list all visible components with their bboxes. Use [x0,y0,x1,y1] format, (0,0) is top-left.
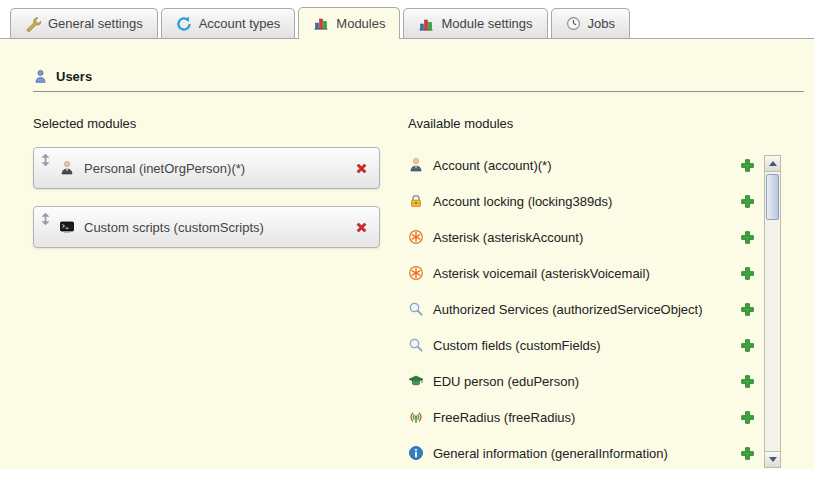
add-module-button[interactable] [740,266,755,281]
asterisk-icon [408,229,424,245]
antenna-icon [408,409,424,425]
available-module-label: General information (generalInformation) [433,446,668,461]
selected-module-row: Personal (inetOrgPerson)(*) [33,147,380,189]
clock-icon [566,16,581,31]
tab-general-settings[interactable]: General settings [10,8,158,38]
tab-label: Account types [199,16,281,31]
user-icon [33,69,48,84]
available-modules-heading: Available modules [408,116,814,131]
selected-module-row: Custom scripts (customScripts) [33,206,380,248]
available-module-label: Asterisk voicemail (asteriskVoicemail) [433,266,650,281]
available-modules-column: Available modules Account (account)(*) A… [408,116,814,469]
chart-icon [418,16,434,32]
drag-handle-icon[interactable] [41,153,50,167]
arrow-down-icon [769,457,777,462]
tab-label: General settings [48,16,143,31]
info-icon [408,445,424,461]
bottom-spacer [0,469,814,478]
section-title: Users [56,69,92,84]
add-module-button[interactable] [740,302,755,317]
available-module-label: Account (account)(*) [433,158,552,173]
tab-label: Modules [336,16,385,31]
tab-account-types[interactable]: Account types [161,8,296,38]
selected-modules-column: Selected modules Personal (inetOrgPerson… [33,116,408,469]
selected-modules-heading: Selected modules [33,116,408,131]
tab-label: Module settings [441,16,532,31]
add-module-button[interactable] [740,374,755,389]
refresh-icon [176,16,192,32]
modules-config-page: General settings Account types Modules M… [0,0,814,478]
add-module-button[interactable] [740,194,755,209]
scrollbar-thumb[interactable] [766,174,779,220]
tab-modules[interactable]: Modules [298,7,400,38]
add-module-button[interactable] [740,446,755,461]
scroll-up-button[interactable] [765,156,780,172]
available-module-label: FreeRadius (freeRadius) [433,410,575,425]
selected-module-label: Custom scripts (customScripts) [84,220,345,235]
selected-module-label: Personal (inetOrgPerson)(*) [84,161,345,176]
magnifier-icon [408,301,424,317]
remove-module-button[interactable] [354,161,369,176]
users-section-header: Users [33,39,804,92]
available-module-row: Custom fields (customFields) [408,327,755,363]
available-module-row: Account locking (locking389ds) [408,183,755,219]
arrow-up-icon [769,161,777,166]
add-module-button[interactable] [740,338,755,353]
available-module-row: Asterisk (asteriskAccount) [408,219,755,255]
person-icon [408,157,424,173]
asterisk-icon [408,265,424,281]
person-icon [59,160,75,176]
available-module-label: Asterisk (asteriskAccount) [433,230,583,245]
available-module-row: EDU person (eduPerson) [408,363,755,399]
lock-icon [408,193,424,209]
available-module-row: Asterisk voicemail (asteriskVoicemail) [408,255,755,291]
wrench-icon [25,16,41,32]
magnifier-icon [408,337,424,353]
available-module-row: FreeRadius (freeRadius) [408,399,755,435]
available-module-row: General information (generalInformation) [408,435,755,469]
add-module-button[interactable] [740,230,755,245]
modules-content: Users Selected modules Personal (inetOrg… [0,39,814,469]
tab-module-settings[interactable]: Module settings [403,8,547,38]
drag-handle-icon[interactable] [41,212,50,226]
terminal-icon [59,219,75,235]
available-modules-scrollbar[interactable] [764,155,781,468]
available-module-row: Account (account)(*) [408,147,755,183]
add-module-button[interactable] [740,158,755,173]
module-columns: Selected modules Personal (inetOrgPerson… [33,116,814,469]
tab-jobs[interactable]: Jobs [551,8,630,38]
add-module-button[interactable] [740,410,755,425]
available-module-row: Authorized Services (authorizedServiceOb… [408,291,755,327]
available-module-label: Custom fields (customFields) [433,338,601,353]
available-module-label: Authorized Services (authorizedServiceOb… [433,302,703,317]
scroll-down-button[interactable] [765,451,780,467]
graduation-icon [408,373,424,389]
chart-icon [313,15,329,31]
remove-module-button[interactable] [354,220,369,235]
available-module-label: Account locking (locking389ds) [433,194,612,209]
tab-bar: General settings Account types Modules M… [0,0,814,39]
available-module-label: EDU person (eduPerson) [433,374,579,389]
tab-label: Jobs [588,16,615,31]
